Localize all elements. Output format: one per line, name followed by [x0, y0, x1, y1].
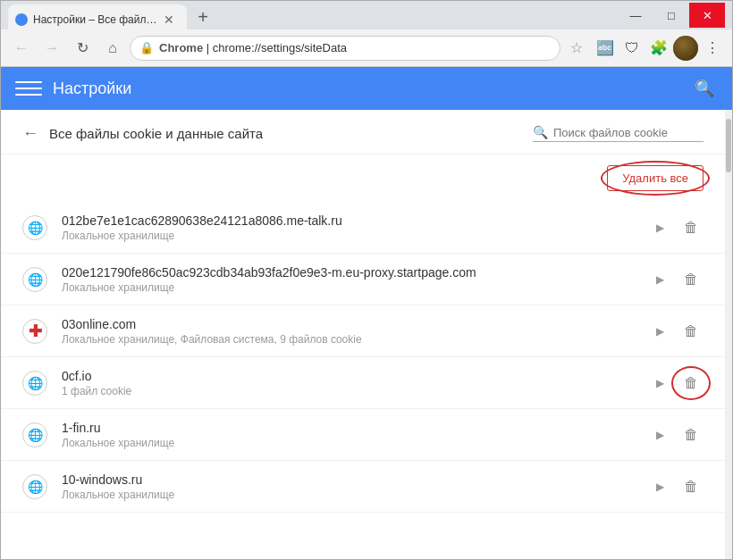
delete-all-button[interactable]: Удалить все [607, 165, 704, 191]
site-detail: Локальное хранилище [62, 230, 649, 242]
list-item: ✚ 03online.com Локальное хранилище, Файл… [1, 305, 725, 357]
site-icon: ✚ [22, 319, 47, 344]
item-actions: ▶ 🗑 [649, 372, 704, 395]
address-input[interactable]: 🔒 Chrome | chrome://settings/siteData [130, 36, 560, 61]
address-bar: ← → ↻ ⌂ 🔒 Chrome | chrome://settings/sit… [1, 29, 732, 67]
item-actions: ▶ 🗑 [649, 423, 704, 447]
back-button[interactable]: ← [8, 35, 35, 62]
site-icon: 🌐 [22, 215, 47, 240]
site-icon: 🌐 [22, 422, 47, 447]
site-name: 0cf.io [62, 369, 649, 383]
trash-button[interactable]: 🗑 [678, 268, 704, 291]
active-tab[interactable]: Настройки – Все файлы cookie ✕ [8, 4, 187, 29]
tab-bar: Настройки – Все файлы cookie ✕ + [8, 1, 618, 29]
search-cookie-wrap: 🔍 [533, 125, 704, 142]
address-url: chrome://settings/siteData [213, 41, 347, 54]
bookmark-button[interactable]: ☆ [564, 36, 589, 61]
item-actions: ▶ 🗑 [649, 216, 704, 239]
site-detail: Локальное хранилище [62, 437, 649, 449]
site-icon: 🌐 [22, 267, 47, 292]
expand-arrow-icon[interactable]: ▶ [649, 425, 671, 445]
page-title: Все файлы cookie и данные сайта [49, 126, 533, 141]
content-area: ← Все файлы cookie и данные сайта 🔍 Удал… [1, 110, 725, 559]
shields-button[interactable]: 🛡 [619, 36, 645, 61]
trash-button[interactable]: 🗑 [678, 372, 704, 395]
scrollbar[interactable] [725, 110, 732, 559]
content-header: ← Все файлы cookie и данные сайта 🔍 [1, 110, 725, 155]
tab-close-icon[interactable]: ✕ [164, 13, 174, 26]
avatar-image [673, 36, 698, 61]
site-detail: 1 файл cookie [62, 385, 649, 397]
list-item: 🌐 10-windows.ru Локальное хранилище ▶ 🗑 [1, 461, 725, 513]
delete-all-row: Удалить все [1, 155, 725, 202]
site-info: 10-windows.ru Локальное хранилище [62, 472, 649, 501]
settings-title: Настройки [53, 79, 680, 98]
title-bar: Настройки – Все файлы cookie ✕ + — □ ✕ [1, 1, 732, 29]
item-actions: ▶ 🗑 [649, 268, 704, 291]
window-frame: Настройки – Все файлы cookie ✕ + — □ ✕ ←… [0, 0, 733, 560]
search-cookie-input[interactable] [553, 126, 704, 139]
settings-header: Настройки 🔍 [1, 67, 732, 110]
home-button[interactable]: ⌂ [99, 35, 126, 62]
menu-button[interactable]: ⋮ [700, 36, 725, 61]
site-name: 020e121790fe86c50ac923cdb34ab93fa2f0e9e3… [62, 265, 649, 280]
site-icon: 🌐 [22, 371, 47, 396]
cookie-list: 🌐 012be7e1e1cac62890638e24121a8086.me-ta… [1, 202, 725, 513]
reload-button[interactable]: ↻ [69, 35, 96, 62]
main-content: ← Все файлы cookie и данные сайта 🔍 Удал… [1, 110, 732, 559]
expand-arrow-icon[interactable]: ▶ [649, 270, 671, 289]
maximize-button[interactable]: □ [653, 3, 689, 28]
site-name: 1-fin.ru [62, 421, 649, 435]
settings-search-button[interactable]: 🔍 [691, 75, 718, 102]
chrome-label: Chrome [159, 41, 203, 54]
list-item: 🌐 012be7e1e1cac62890638e24121a8086.me-ta… [1, 202, 725, 254]
close-button[interactable]: ✕ [689, 3, 725, 28]
address-lock-icon: 🔒 [139, 41, 154, 54]
search-cookie-icon: 🔍 [533, 125, 548, 139]
item-actions: ▶ 🗑 [649, 475, 704, 498]
list-item: 🌐 020e121790fe86c50ac923cdb34ab93fa2f0e9… [1, 254, 725, 305]
tab-favicon [15, 13, 28, 26]
site-detail: Локальное хранилище [62, 281, 649, 294]
trash-button[interactable]: 🗑 [678, 216, 704, 239]
site-info: 012be7e1e1cac62890638e24121a8086.me-talk… [62, 213, 649, 242]
trash-button[interactable]: 🗑 [678, 475, 704, 498]
site-icon: 🌐 [22, 474, 47, 499]
tab-title: Настройки – Все файлы cookie [33, 13, 158, 26]
list-item: 🌐 1-fin.ru Локальное хранилище ▶ 🗑 [1, 409, 725, 461]
expand-arrow-icon[interactable]: ▶ [649, 477, 671, 497]
site-name: 03online.com [62, 317, 649, 331]
extensions-button[interactable]: 🧩 [646, 36, 671, 61]
expand-arrow-icon[interactable]: ▶ [649, 218, 671, 238]
new-tab-button[interactable]: + [190, 4, 215, 29]
translate-button[interactable]: 🔤 [593, 36, 618, 61]
address-text: Chrome | chrome://settings/siteData [159, 41, 551, 54]
forward-button[interactable]: → [38, 35, 65, 62]
site-info: 1-fin.ru Локальное хранилище [62, 421, 649, 449]
list-item: 🌐 0cf.io 1 файл cookie ▶ 🗑 [1, 357, 725, 409]
trash-button[interactable]: 🗑 [678, 423, 704, 447]
expand-arrow-icon[interactable]: ▶ [649, 373, 671, 393]
site-detail: Локальное хранилище [62, 489, 649, 501]
profile-avatar[interactable] [673, 36, 698, 61]
content-back-button[interactable]: ← [22, 124, 38, 143]
minimize-button[interactable]: — [618, 3, 653, 28]
site-detail: Локальное хранилище, Файловая система, 9… [62, 333, 649, 346]
site-info: 020e121790fe86c50ac923cdb34ab93fa2f0e9e3… [62, 265, 649, 294]
hamburger-menu[interactable] [15, 75, 42, 102]
site-info: 03online.com Локальное хранилище, Файлов… [62, 317, 649, 346]
toolbar-icons: 🔤 🛡 🧩 ⋮ [593, 36, 725, 61]
site-name: 012be7e1e1cac62890638e24121a8086.me-talk… [62, 213, 649, 228]
window-controls: — □ ✕ [618, 3, 725, 28]
item-actions: ▶ 🗑 [649, 320, 704, 343]
site-name: 10-windows.ru [62, 472, 649, 487]
scrollbar-thumb[interactable] [726, 119, 731, 172]
expand-arrow-icon[interactable]: ▶ [649, 322, 671, 341]
site-info: 0cf.io 1 файл cookie [62, 369, 649, 397]
trash-button[interactable]: 🗑 [678, 320, 704, 343]
